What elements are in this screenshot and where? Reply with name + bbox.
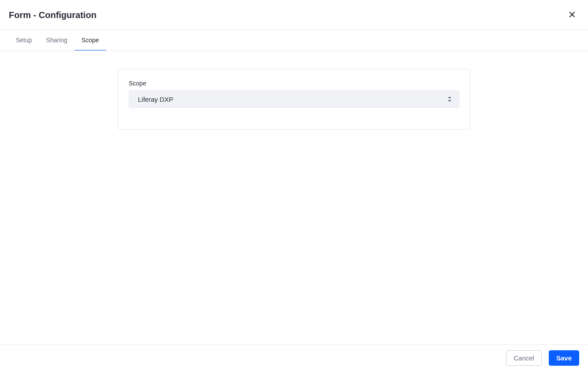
content-area: Scope Liferay DXP — [0, 51, 588, 130]
scope-select[interactable]: Liferay DXP — [129, 90, 459, 108]
tab-setup[interactable]: Setup — [9, 30, 39, 51]
tab-label: Sharing — [46, 37, 67, 44]
tab-sharing[interactable]: Sharing — [39, 30, 74, 51]
tab-label: Setup — [16, 37, 32, 44]
scope-select-wrapper: Liferay DXP — [129, 90, 459, 108]
scope-select-value: Liferay DXP — [138, 96, 173, 103]
cancel-button[interactable]: Cancel — [506, 350, 542, 366]
scope-panel: Scope Liferay DXP — [118, 69, 470, 130]
tab-scope[interactable]: Scope — [74, 30, 106, 51]
close-button[interactable] — [565, 8, 579, 22]
tab-label: Scope — [82, 37, 99, 44]
close-icon — [568, 11, 576, 20]
modal-title: Form - Configuration — [9, 10, 97, 20]
save-button[interactable]: Save — [549, 350, 579, 366]
modal-header: Form - Configuration — [0, 0, 588, 30]
tabs-nav: Setup Sharing Scope — [0, 30, 588, 51]
modal-footer: Cancel Save — [0, 345, 588, 371]
scope-field-label: Scope — [129, 80, 459, 87]
